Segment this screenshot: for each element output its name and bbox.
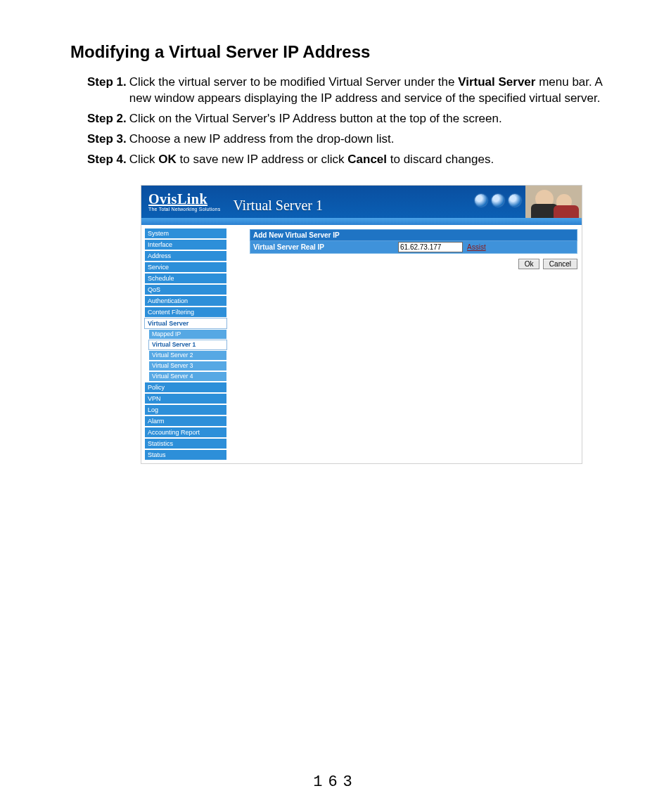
content-panel: Add New Virtual Server IP Virtual Server… xyxy=(229,225,582,463)
step-1-text: Click the virtual server to be modified … xyxy=(129,75,622,107)
sidebar-item-schedule[interactable]: Schedule xyxy=(144,273,227,284)
header-divider xyxy=(141,218,582,225)
globe-icon xyxy=(492,194,504,207)
sidebar-item-statistics[interactable]: Statistics xyxy=(144,438,227,449)
sidebar-item-address[interactable]: Address xyxy=(144,250,227,262)
sidebar-item-content-filtering[interactable]: Content Filtering xyxy=(144,307,227,318)
button-row: Ok Cancel xyxy=(250,254,577,269)
field-row-real-ip: Virtual Server Real IP Assist xyxy=(250,241,577,254)
header-photo xyxy=(525,186,582,218)
step-4-label: Step 4. xyxy=(87,152,127,168)
sidebar-item-log[interactable]: Log xyxy=(144,404,227,415)
step-4-text: Click OK to save new IP address or click… xyxy=(129,152,622,168)
step-3-text: Choose a new IP address from the drop-do… xyxy=(129,131,622,148)
globe-icons xyxy=(475,194,521,207)
sidebar-item-vpn[interactable]: VPN xyxy=(144,393,227,404)
sidebar-item-policy[interactable]: Policy xyxy=(144,382,227,393)
real-ip-input[interactable] xyxy=(398,242,463,252)
step-2: Step 2. Click on the Virtual Server's IP… xyxy=(87,111,622,127)
sidebar-item-authentication[interactable]: Authentication xyxy=(144,295,227,307)
sidebar-item-service[interactable]: Service xyxy=(144,262,227,273)
cancel-button[interactable]: Cancel xyxy=(543,259,577,269)
field-label-real-ip: Virtual Server Real IP xyxy=(250,242,397,252)
step-1-label: Step 1. xyxy=(87,75,127,107)
sidebar-item-virtual-server[interactable]: Virtual Server xyxy=(144,318,227,329)
sidebar-item-qos[interactable]: QoS xyxy=(144,284,227,295)
page-number: 163 xyxy=(0,773,671,791)
section-title: Modifying a Virtual Server IP Address xyxy=(70,42,622,62)
assist-link[interactable]: Assist xyxy=(467,243,486,251)
brand-block: OvisLink The Total Networking Solutions xyxy=(141,192,220,212)
ok-button[interactable]: Ok xyxy=(518,259,540,269)
sidebar-subitem-virtual-server-1[interactable]: Virtual Server 1 xyxy=(148,340,227,350)
sidebar-subitem-mapped-ip[interactable]: Mapped IP xyxy=(148,329,227,340)
sidebar-item-system[interactable]: System xyxy=(144,228,227,239)
step-2-label: Step 2. xyxy=(87,111,127,127)
panel-header: Add New Virtual Server IP xyxy=(250,229,577,241)
sidebar-item-alarm[interactable]: Alarm xyxy=(144,415,227,427)
sidebar-item-status[interactable]: Status xyxy=(144,449,227,460)
page-title: Virtual Server 1 xyxy=(233,198,323,214)
step-2-text: Click on the Virtual Server's IP Address… xyxy=(129,111,622,127)
sidebar: SystemInterfaceAddressServiceScheduleQoS… xyxy=(141,225,229,463)
globe-icon xyxy=(509,194,521,207)
app-topbar: OvisLink The Total Networking Solutions … xyxy=(141,186,582,218)
globe-icon xyxy=(475,194,487,207)
brand-name: OvisLink xyxy=(148,191,207,207)
step-1: Step 1. Click the virtual server to be m… xyxy=(87,75,622,107)
step-3-label: Step 3. xyxy=(87,131,127,148)
brand-tagline: The Total Networking Solutions xyxy=(148,207,220,212)
step-4: Step 4. Click OK to save new IP address … xyxy=(87,152,622,168)
sidebar-subitem-virtual-server-2[interactable]: Virtual Server 2 xyxy=(148,350,227,361)
sidebar-subitem-virtual-server-3[interactable]: Virtual Server 3 xyxy=(148,361,227,371)
sidebar-item-accounting-report[interactable]: Accounting Report xyxy=(144,427,227,438)
step-3: Step 3. Choose a new IP address from the… xyxy=(87,131,622,148)
sidebar-subitem-virtual-server-4[interactable]: Virtual Server 4 xyxy=(148,371,227,382)
app-screenshot: OvisLink The Total Networking Solutions … xyxy=(141,185,582,464)
sidebar-item-interface[interactable]: Interface xyxy=(144,239,227,250)
